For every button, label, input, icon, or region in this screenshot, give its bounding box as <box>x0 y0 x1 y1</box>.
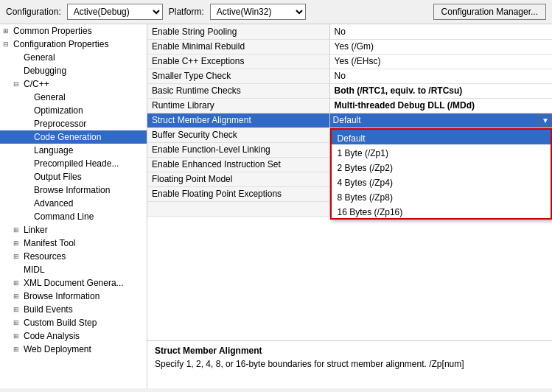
tree-item-code-analysis[interactable]: ⊞Code Analysis <box>0 329 147 343</box>
tree-item-label: General <box>34 92 66 102</box>
tree-item-command-line[interactable]: Command Line <box>0 210 147 223</box>
prop-value-cell: Both (/RTC1, equiv. to /RTCsu) <box>329 83 552 98</box>
expander-icon: ⊞ <box>13 253 24 260</box>
tree-item-manifest-tool[interactable]: ⊞Manifest Tool <box>0 237 147 250</box>
tree-item-precompiled[interactable]: Precompiled Heade... <box>0 157 147 170</box>
config-select[interactable]: Active(Debug) <box>67 4 163 20</box>
dropdown-list: Default1 Byte (/Zp1)2 Bytes (/Zp2)4 Byte… <box>330 128 552 220</box>
tree-item-optimization[interactable]: Optimization <box>0 104 147 117</box>
platform-select[interactable]: Active(Win32) <box>210 4 306 20</box>
tree-item-midl[interactable]: MIDL <box>0 263 147 276</box>
tree-item-label: Manifest Tool <box>24 238 75 248</box>
tree-item-label: MIDL <box>24 265 45 275</box>
expander-icon: ⊞ <box>13 346 24 353</box>
expander-icon: ⊞ <box>13 319 24 326</box>
tree-item-web-deploy[interactable]: ⊞Web Deployment <box>0 343 147 356</box>
prop-name-cell: Enable Minimal Rebuild <box>147 39 329 54</box>
tree-item-label: Preprocessor <box>34 119 86 129</box>
tree-item-debugging[interactable]: Debugging <box>0 64 147 77</box>
prop-name-cell: Floating Point Model <box>147 172 329 186</box>
tree-item-advanced[interactable]: Advanced <box>0 197 147 210</box>
props-grid: Enable String PoolingNoEnable Minimal Re… <box>147 24 552 340</box>
dropdown-list-item[interactable]: 8 Bytes (/Zp8) <box>332 189 551 203</box>
tree-item-label: Custom Build Step <box>24 318 97 328</box>
tree-item-build-events[interactable]: ⊞Build Events <box>0 303 147 316</box>
info-desc: Specify 1, 2, 4, 8, or 16-byte boundarie… <box>155 359 545 369</box>
dropdown-list-item[interactable]: 16 Bytes (/Zp16) <box>332 203 551 218</box>
expander-icon: ⊞ <box>13 293 24 300</box>
prop-name-cell: Buffer Security Check <box>147 127 329 142</box>
tree-item-code-generation[interactable]: Code Generation <box>0 130 147 144</box>
table-row: Runtime LibraryMulti-threaded Debug DLL … <box>147 98 552 113</box>
prop-name-cell: Runtime Library <box>147 98 329 113</box>
prop-name-cell: Enable Enhanced Instruction Set <box>147 157 329 172</box>
info-title: Struct Member Alignment <box>155 346 545 356</box>
table-row: Smaller Type CheckNo <box>147 69 552 83</box>
tree-item-config-props[interactable]: ⊟Configuration Properties <box>0 38 147 51</box>
tree-item-label: Linker <box>24 225 48 235</box>
prop-value-cell: Yes (/Gm) <box>329 39 552 54</box>
tree-item-cpp-general[interactable]: General <box>0 91 147 104</box>
tree-item-linker[interactable]: ⊞Linker <box>0 223 147 237</box>
tree-panel: ⊞Common Properties⊟Configuration Propert… <box>0 24 147 388</box>
prop-value-cell[interactable]: Default▼Default1 Byte (/Zp1)2 Bytes (/Zp… <box>329 113 552 127</box>
dropdown-list-item[interactable]: Default <box>332 130 551 144</box>
table-row: Enable String PoolingNo <box>147 24 552 39</box>
tree-item-label: C/C++ <box>24 79 49 89</box>
tree-item-preprocessor[interactable]: Preprocessor <box>0 117 147 130</box>
prop-value-cell: Multi-threaded Debug DLL (/MDd) <box>329 98 552 113</box>
table-row: Enable C++ ExceptionsYes (/EHsc) <box>147 54 552 69</box>
info-suffix: /Zp[num] <box>429 359 464 369</box>
properties-table: Enable String PoolingNoEnable Minimal Re… <box>147 24 552 217</box>
prop-name-cell: Enable String Pooling <box>147 24 329 39</box>
dropdown-list-item[interactable]: 4 Bytes (/Zp4) <box>332 174 551 189</box>
tree-item-label: Common Properties <box>13 26 92 36</box>
table-row: Struct Member AlignmentDefault▼Default1 … <box>147 113 552 127</box>
expander-icon: ⊟ <box>13 80 24 88</box>
tree-item-xml-doc[interactable]: ⊞XML Document Genera... <box>0 276 147 290</box>
dropdown-arrow-icon[interactable]: ▼ <box>539 113 552 127</box>
tree-item-language[interactable]: Language <box>0 144 147 157</box>
tree-item-label: Configuration Properties <box>13 39 108 49</box>
config-label: Configuration: <box>6 7 61 17</box>
dropdown-list-item[interactable]: 2 Bytes (/Zp2) <box>332 159 551 174</box>
prop-name-cell: Enable Floating Point Exceptions <box>147 186 329 201</box>
tree-item-label: Build Events <box>24 304 73 315</box>
tree-item-label: Code Generation <box>34 132 101 142</box>
expander-icon: ⊞ <box>3 27 13 35</box>
prop-name-cell: Struct Member Alignment <box>147 113 329 127</box>
prop-value-cell: No <box>329 69 552 83</box>
tree-item-browse-information[interactable]: ⊞Browse Information <box>0 290 147 303</box>
expander-icon: ⊞ <box>13 306 24 313</box>
dropdown-selected-value: Default <box>330 115 539 125</box>
tree-item-common-props[interactable]: ⊞Common Properties <box>0 24 147 38</box>
prop-name-cell <box>147 201 329 216</box>
tree-item-browse-info[interactable]: Browse Information <box>0 183 147 197</box>
toolbar: Configuration: Active(Debug) Platform: A… <box>0 0 552 24</box>
expander-icon: ⊞ <box>13 226 24 234</box>
table-row: Enable Minimal RebuildYes (/Gm) <box>147 39 552 54</box>
tree-item-resources[interactable]: ⊞Resources <box>0 250 147 263</box>
tree-item-label: Browse Information <box>24 291 99 301</box>
tree-item-label: Precompiled Heade... <box>34 158 119 169</box>
table-row: Basic Runtime ChecksBoth (/RTC1, equiv. … <box>147 83 552 98</box>
tree-item-custom-build[interactable]: ⊞Custom Build Step <box>0 316 147 329</box>
right-panel: Enable String PoolingNoEnable Minimal Re… <box>147 24 552 388</box>
tree-item-label: Command Line <box>34 211 94 222</box>
tree-item-label: Optimization <box>34 105 83 116</box>
tree-item-cpp[interactable]: ⊟C/C++ <box>0 77 147 91</box>
tree-item-output-files[interactable]: Output Files <box>0 170 147 183</box>
dropdown-list-item[interactable]: 1 Byte (/Zp1) <box>332 144 551 159</box>
tree-item-label: General <box>24 52 55 63</box>
tree-item-general[interactable]: General <box>0 51 147 64</box>
tree-item-label: Debugging <box>24 66 66 76</box>
tree-item-label: Resources <box>24 251 66 262</box>
expander-icon: ⊞ <box>13 279 24 287</box>
config-manager-button[interactable]: Configuration Manager... <box>433 4 546 20</box>
info-panel: Struct Member Alignment Specify 1, 2, 4,… <box>147 340 552 388</box>
expander-icon: ⊞ <box>13 239 24 247</box>
prop-name-cell: Smaller Type Check <box>147 69 329 83</box>
expander-icon: ⊟ <box>3 41 13 48</box>
prop-value-cell: No <box>329 24 552 39</box>
tree-item-label: XML Document Genera... <box>24 278 124 288</box>
